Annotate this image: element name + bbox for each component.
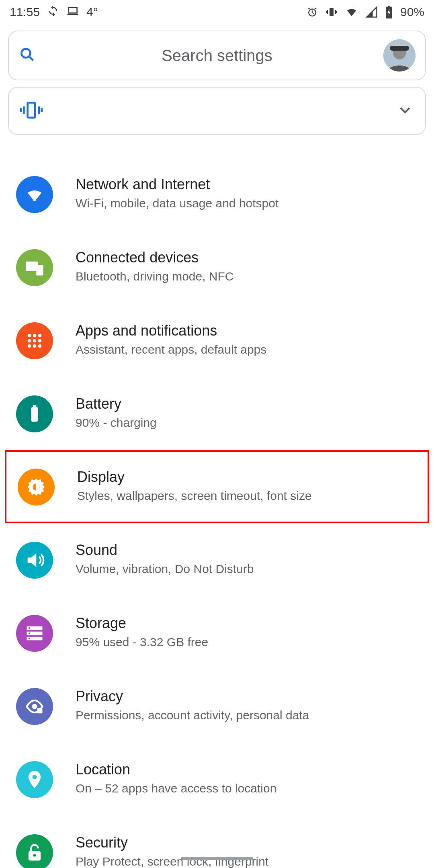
settings-item-title: Connected devices <box>76 249 234 266</box>
settings-item-subtitle: Assistant, recent apps, default apps <box>76 342 266 358</box>
svg-rect-11 <box>36 265 43 276</box>
battery-circle-icon <box>16 395 53 432</box>
svg-point-12 <box>28 334 31 338</box>
nav-pill[interactable] <box>181 857 253 860</box>
settings-item-subtitle: Permissions, account activity, personal … <box>76 707 309 724</box>
settings-item-subtitle: Volume, vibration, Do Not Disturb <box>76 561 254 577</box>
settings-item-subtitle: Wi-Fi, mobile, data usage and hotspot <box>76 195 278 212</box>
privacy-circle-icon <box>16 688 53 725</box>
storage-circle-icon <box>16 615 53 652</box>
sync-icon <box>47 5 59 20</box>
alarm-icon <box>306 6 318 18</box>
location-circle-icon <box>16 761 53 798</box>
vibrate-status-icon <box>326 6 338 18</box>
svg-point-29 <box>29 638 30 639</box>
settings-item-display[interactable]: Display Styles, wallpapers, screen timeo… <box>6 452 428 522</box>
svg-rect-7 <box>390 46 409 51</box>
highlight-box: Display Styles, wallpapers, screen timeo… <box>5 450 429 523</box>
profile-avatar[interactable] <box>383 39 416 72</box>
battery-percent: 90% <box>400 5 424 19</box>
wifi-circle-icon <box>16 176 53 213</box>
settings-item-title: Display <box>77 469 312 485</box>
search-bar[interactable]: Search settings <box>8 31 426 80</box>
settings-item-title: Battery <box>76 395 157 412</box>
svg-rect-22 <box>33 405 37 408</box>
svg-point-30 <box>32 704 37 709</box>
settings-item-location[interactable]: Location On – 52 apps have access to loc… <box>0 743 434 816</box>
sound-mode-card[interactable] <box>8 87 426 135</box>
svg-point-27 <box>29 627 30 629</box>
settings-item-devices[interactable]: Connected devices Bluetooth, driving mod… <box>0 231 434 304</box>
svg-point-18 <box>28 344 31 348</box>
security-circle-icon <box>16 834 53 868</box>
sound-circle-icon <box>16 542 53 579</box>
settings-item-subtitle: Play Protect, screen lock, fingerprint <box>76 854 268 868</box>
svg-rect-21 <box>31 407 38 422</box>
settings-item-title: Storage <box>76 615 208 632</box>
vibrate-icon <box>20 99 43 123</box>
svg-rect-10 <box>26 262 38 271</box>
settings-item-title: Location <box>76 761 276 778</box>
statusbar-left: 11:55 4° <box>10 4 98 20</box>
svg-point-15 <box>28 339 31 343</box>
svg-point-13 <box>33 334 37 338</box>
search-placeholder: Search settings <box>162 47 272 65</box>
svg-point-28 <box>29 633 30 634</box>
settings-item-apps[interactable]: Apps and notifications Assistant, recent… <box>0 304 434 377</box>
settings-item-privacy[interactable]: Privacy Permissions, account activity, p… <box>0 669 434 743</box>
svg-point-16 <box>33 339 37 343</box>
statusbar-time: 11:55 <box>10 5 40 19</box>
chevron-down-icon[interactable] <box>396 101 414 121</box>
svg-point-20 <box>38 344 42 348</box>
statusbar: 11:55 4° 90% <box>0 0 434 24</box>
laptop-icon <box>66 4 79 20</box>
search-icon <box>18 46 36 65</box>
settings-item-storage[interactable]: Storage 95% used - 3.32 GB free <box>0 596 434 669</box>
settings-item-battery[interactable]: Battery 90% - charging <box>0 377 434 450</box>
settings-item-subtitle: Bluetooth, driving mode, NFC <box>76 268 234 285</box>
settings-item-sound[interactable]: Sound Volume, vibration, Do Not Disturb <box>0 523 434 596</box>
settings-item-network[interactable]: Network and Internet Wi-Fi, mobile, data… <box>0 158 434 231</box>
svg-rect-31 <box>37 708 43 713</box>
display-circle-icon <box>18 469 55 506</box>
statusbar-right: 90% <box>306 5 424 19</box>
settings-item-title: Privacy <box>76 688 309 705</box>
settings-item-title: Network and Internet <box>76 176 278 193</box>
settings-item-subtitle: Styles, wallpapers, screen timeout, font… <box>77 488 312 504</box>
cell-signal-icon <box>366 6 378 18</box>
statusbar-temp: 4° <box>86 5 98 19</box>
devices-circle-icon <box>16 249 53 286</box>
svg-point-9 <box>33 199 36 201</box>
svg-point-34 <box>33 854 36 857</box>
svg-rect-1 <box>330 8 334 16</box>
svg-rect-8 <box>28 102 35 117</box>
settings-item-subtitle: 90% - charging <box>76 415 157 431</box>
svg-rect-3 <box>388 6 390 7</box>
settings-item-title: Apps and notifications <box>76 322 266 339</box>
battery-charging-icon <box>385 6 393 18</box>
svg-point-32 <box>33 775 37 779</box>
settings-item-title: Security <box>76 834 268 851</box>
svg-point-17 <box>38 339 42 343</box>
settings-item-title: Sound <box>76 542 254 559</box>
svg-point-19 <box>33 344 37 348</box>
settings-item-security[interactable]: Security Play Protect, screen lock, fing… <box>0 816 434 868</box>
apps-circle-icon <box>16 322 53 359</box>
svg-point-14 <box>38 334 42 338</box>
svg-point-4 <box>21 49 30 57</box>
settings-item-subtitle: 95% used - 3.32 GB free <box>76 634 208 651</box>
settings-item-subtitle: On – 52 apps have access to location <box>76 780 276 797</box>
wifi-icon <box>345 6 358 18</box>
settings-list: Network and Internet Wi-Fi, mobile, data… <box>0 141 434 868</box>
